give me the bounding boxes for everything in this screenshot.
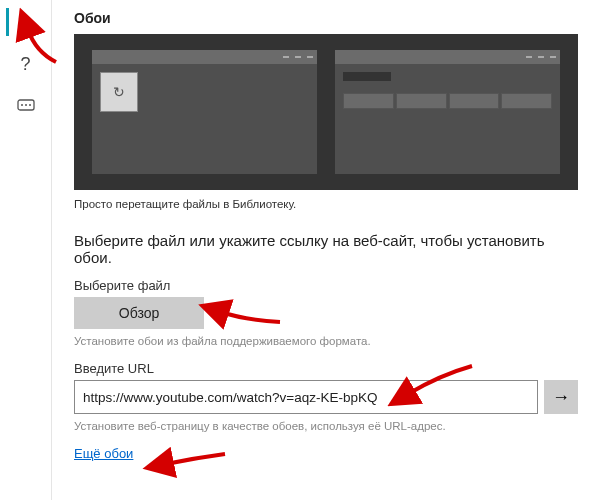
url-label: Введите URL — [74, 361, 578, 376]
thumbnail-icon — [100, 72, 138, 112]
feedback-icon[interactable] — [12, 92, 40, 120]
url-input[interactable] — [74, 380, 538, 414]
main-content: Обои Просто перетащите файлы в Библиотек… — [52, 0, 600, 500]
description: Выберите файл или укажите ссылку на веб-… — [74, 232, 578, 266]
preview-area[interactable] — [74, 34, 578, 190]
add-icon[interactable] — [12, 8, 40, 36]
sidebar: ? — [0, 0, 52, 500]
svg-point-4 — [25, 104, 27, 106]
url-hint: Установите веб-страницу в качестве обоев… — [74, 420, 578, 432]
go-button[interactable]: → — [544, 380, 578, 414]
preview-window-list — [335, 50, 560, 174]
svg-point-5 — [29, 104, 31, 106]
svg-point-3 — [21, 104, 23, 106]
preview-window-library — [92, 50, 317, 174]
help-icon[interactable]: ? — [12, 50, 40, 78]
more-wallpapers-link[interactable]: Ещё обои — [74, 446, 133, 461]
file-label: Выберите файл — [74, 278, 578, 293]
preview-caption: Просто перетащите файлы в Библиотеку. — [74, 198, 578, 210]
page-title: Обои — [74, 10, 578, 26]
file-hint: Установите обои из файла поддерживаемого… — [74, 335, 578, 347]
browse-button[interactable]: Обзор — [74, 297, 204, 329]
